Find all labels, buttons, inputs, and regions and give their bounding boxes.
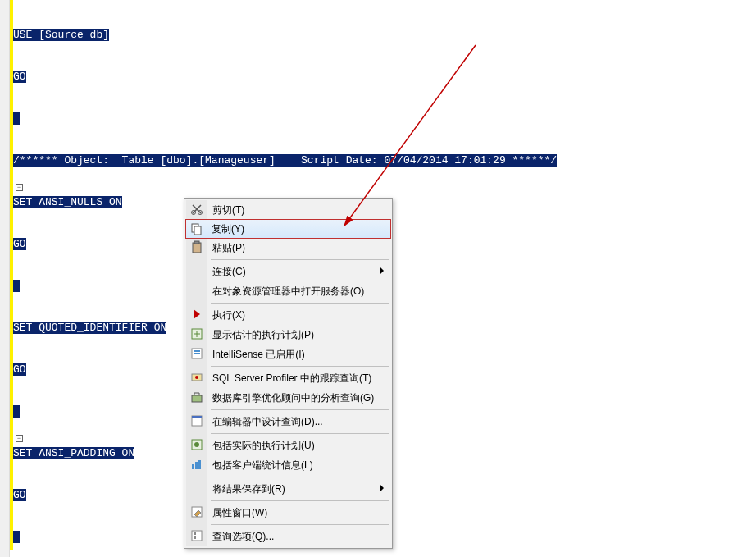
menu-item-21[interactable]: 属性窗口(W) <box>186 503 390 523</box>
menu-item-17[interactable]: 包括客户端统计信息(L) <box>186 455 390 475</box>
menu-item-7[interactable]: 执行(X) <box>186 305 390 325</box>
menu-item-label: 复制(Y) <box>212 223 244 235</box>
code-text: GO <box>13 363 26 376</box>
design-icon <box>190 414 203 427</box>
svg-rect-12 <box>192 395 202 402</box>
svg-rect-4 <box>193 243 201 253</box>
svg-rect-18 <box>195 462 198 469</box>
menu-item-11[interactable]: SQL Server Profiler 中的跟踪查询(T) <box>186 368 390 388</box>
code-text: GO <box>13 71 26 83</box>
submenu-arrow-icon <box>380 485 384 491</box>
menu-separator <box>211 259 389 260</box>
plan-icon <box>190 327 203 340</box>
menu-item-label: 连接(C) <box>212 266 246 277</box>
options-icon <box>190 529 203 542</box>
cut-icon <box>190 203 203 216</box>
submenu-arrow-icon <box>380 267 384 274</box>
menu-item-label: IntelliSense 已启用(I) <box>212 349 305 360</box>
svg-rect-21 <box>192 531 202 541</box>
menu-item-23[interactable]: 查询选项(Q)... <box>186 527 390 546</box>
execute-icon <box>190 308 203 321</box>
menu-item-label: 将结果保存到(R) <box>212 483 285 495</box>
editor-gutter <box>0 0 10 557</box>
code-text: /****** Object: Table [dbo].[Manageuser]… <box>13 154 557 167</box>
svg-point-16 <box>194 442 199 447</box>
menu-item-label: 显示估计的执行计划(P) <box>212 329 314 340</box>
intellisense-icon <box>190 347 203 360</box>
menu-item-16[interactable]: 包括实际的执行计划(U) <box>186 436 390 455</box>
menu-separator <box>211 477 389 477</box>
svg-rect-14 <box>192 416 202 418</box>
code-text: SET ANSI_NULLS ON <box>13 196 122 208</box>
menu-item-label: 剪切(T) <box>212 204 244 216</box>
menu-item-label: SQL Server Profiler 中的跟踪查询(T) <box>212 372 371 384</box>
menu-item-14[interactable]: 在编辑器中设计查询(D)... <box>186 412 390 431</box>
menu-item-label: 在对象资源管理器中打开服务器(O) <box>212 285 364 297</box>
menu-item-19[interactable]: 将结果保存到(R) <box>186 479 390 499</box>
menu-item-label: 执行(X) <box>212 309 245 321</box>
properties-icon <box>190 505 203 518</box>
svg-rect-8 <box>194 350 200 352</box>
code-text: GO <box>13 238 26 250</box>
menu-item-label: 查询选项(Q)... <box>212 531 274 542</box>
svg-point-11 <box>195 376 198 379</box>
menu-item-9[interactable]: IntelliSense 已启用(I) <box>186 345 390 364</box>
menu-item-4[interactable]: 连接(C) <box>186 262 390 281</box>
client-stats-icon <box>190 458 203 471</box>
menu-separator <box>211 524 389 525</box>
copy-icon <box>190 222 203 235</box>
menu-separator <box>211 409 389 410</box>
svg-rect-17 <box>192 464 194 469</box>
menu-item-12[interactable]: 数据库引擎优化顾问中的分析查询(G) <box>186 388 390 408</box>
menu-item-label: 粘贴(P) <box>212 242 245 253</box>
menu-separator <box>211 303 389 304</box>
svg-rect-22 <box>194 532 196 535</box>
collapse-toggle-icon[interactable]: − <box>16 435 23 442</box>
menu-item-label: 在编辑器中设计查询(D)... <box>212 416 323 427</box>
menu-item-8[interactable]: 显示估计的执行计划(P) <box>186 325 390 345</box>
svg-rect-23 <box>194 536 196 539</box>
menu-separator <box>211 366 389 367</box>
code-text: USE [Source_db] <box>13 29 109 41</box>
menu-item-5[interactable]: 在对象资源管理器中打开服务器(O) <box>186 281 390 301</box>
actual-plan-icon <box>190 438 203 451</box>
menu-item-label: 包括客户端统计信息(L) <box>212 459 313 471</box>
code-text: GO <box>13 489 26 501</box>
menu-separator <box>211 500 389 501</box>
paste-icon <box>190 240 203 253</box>
menu-item-0[interactable]: 剪切(T) <box>186 200 390 220</box>
svg-rect-5 <box>194 241 199 244</box>
svg-rect-9 <box>194 353 200 354</box>
svg-rect-19 <box>198 460 201 469</box>
menu-item-label: 数据库引擎优化顾问中的分析查询(G) <box>212 392 374 404</box>
menu-item-label: 属性窗口(W) <box>212 507 267 518</box>
code-text: SET ANSI_PADDING ON <box>13 447 134 459</box>
svg-rect-3 <box>194 226 201 235</box>
menu-item-2[interactable]: 粘贴(P) <box>186 238 390 258</box>
collapse-toggle-icon[interactable]: − <box>16 184 23 191</box>
menu-separator <box>211 433 389 434</box>
context-menu: 剪切(T)复制(Y)粘贴(P)连接(C)在对象资源管理器中打开服务器(O)执行(… <box>184 198 393 549</box>
profiler-icon <box>190 371 203 384</box>
menu-item-label: 包括实际的执行计划(U) <box>212 440 315 451</box>
code-text: SET QUOTED_IDENTIFIER ON <box>13 322 166 334</box>
advisor-icon <box>190 390 203 404</box>
menu-item-1[interactable]: 复制(Y) <box>185 219 391 239</box>
